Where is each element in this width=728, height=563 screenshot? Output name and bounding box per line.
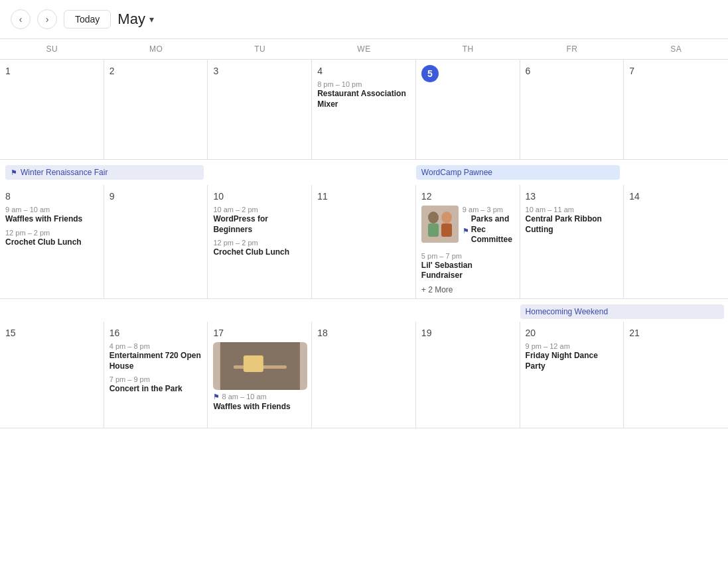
day-num-21: 21 xyxy=(629,328,640,338)
waffles-time-8: 9 am – 10 am xyxy=(5,206,100,214)
day-num-15: 15 xyxy=(5,328,16,338)
header-tu: TU xyxy=(208,39,312,59)
friday-night-title[interactable]: Friday Night Dance Party xyxy=(526,351,620,371)
day-5: 5 xyxy=(416,60,520,159)
day-num-2: 2 xyxy=(109,66,115,76)
day-10: 10 10 am – 2 pm WordPress for Beginners … xyxy=(208,185,312,298)
day-9: 9 xyxy=(104,185,208,298)
svg-point-1 xyxy=(428,212,439,223)
winter-fair-banner[interactable]: ⚑ Winter Renaissance Fair xyxy=(5,165,204,180)
ribbon-title[interactable]: Central Park Ribbon Cutting xyxy=(526,214,620,235)
day-8: 8 9 am – 10 am Waffles with Friends 12 p… xyxy=(0,185,104,298)
homecoming-label: Homecoming Weekend xyxy=(526,307,609,316)
day-15: 15 xyxy=(0,322,104,428)
day-num-19: 19 xyxy=(421,328,432,338)
day-3: 3 xyxy=(208,60,312,159)
day-11: 11 xyxy=(312,185,416,298)
day-21: 21 xyxy=(624,322,728,428)
winter-fair-banner-cell: ⚑ Winter Renaissance Fair xyxy=(0,162,208,182)
week2-cells: 8 9 am – 10 am Waffles with Friends 12 p… xyxy=(0,185,728,298)
parks-rec-event: 9 am – 3 pm ⚑ Parks and Rec Committee xyxy=(421,206,516,248)
concert-title[interactable]: Concert in the Park xyxy=(109,384,204,395)
sebastian-time: 5 pm – 7 pm xyxy=(421,252,516,260)
day-num-14: 14 xyxy=(629,191,640,202)
svg-point-3 xyxy=(441,212,452,223)
week3-spacer xyxy=(0,302,520,319)
winter-fair-label: Winter Renaissance Fair xyxy=(21,168,108,177)
waffles17-flag-icon: ⚑ xyxy=(213,393,220,401)
event-title-restaurant[interactable]: Restaurant Association Mixer xyxy=(317,89,411,109)
day-num-6: 6 xyxy=(526,66,531,76)
header-mo: MO xyxy=(104,39,208,59)
sebastian-title[interactable]: Lil' Sebastian Fundraiser xyxy=(421,261,516,281)
wordcamp-banner-cell: WordCamp Pawnee xyxy=(416,162,624,182)
ribbon-time: 10 am – 11 am xyxy=(526,206,620,214)
homecoming-banner[interactable]: Homecoming Weekend xyxy=(520,304,724,319)
week-row-3-container: Homecoming Weekend 15 16 4 pm – 8 pm Ent… xyxy=(0,299,728,428)
week3-cells: 15 16 4 pm – 8 pm Entertainment 720 Open… xyxy=(0,322,728,428)
ent720-title[interactable]: Entertainment 720 Open House xyxy=(109,351,204,371)
day-14: 14 xyxy=(624,185,728,298)
today-button[interactable]: Today xyxy=(64,10,111,29)
ent720-time: 4 pm – 8 pm xyxy=(109,342,204,350)
month-label: May xyxy=(117,11,145,28)
day-16: 16 4 pm – 8 pm Entertainment 720 Open Ho… xyxy=(104,322,208,428)
day-num-9: 9 xyxy=(109,191,115,202)
week3-banner-layer: Homecoming Weekend xyxy=(0,299,728,322)
crochet-event-8: 12 pm – 2 pm Crochet Club Lunch xyxy=(5,229,100,248)
day-num-1: 1 xyxy=(5,66,11,76)
prev-button[interactable]: ‹ xyxy=(11,9,31,29)
day-20: 20 9 pm – 12 am Friday Night Dance Party xyxy=(520,322,624,428)
wordpress-title[interactable]: WordPress for Beginners xyxy=(213,214,307,235)
day-17: 17 xyxy=(208,322,312,428)
day-18: 18 xyxy=(312,322,416,428)
parks-rec-time: 9 am – 3 pm xyxy=(463,206,516,214)
wordcamp-label: WordCamp Pawnee xyxy=(421,168,492,177)
friday-night-time: 9 pm – 12 am xyxy=(526,342,620,350)
calendar: SU MO TU WE TH FR SA 1 2 3 4 8 pm – 10 p… xyxy=(0,38,728,428)
header-fr: FR xyxy=(520,39,624,59)
crochet-event-10: 12 pm – 2 pm Crochet Club Lunch xyxy=(213,239,307,258)
parks-rec-info: 9 am – 3 pm ⚑ Parks and Rec Committee xyxy=(463,206,516,248)
waffles17-event: ⚑ 8 am – 10 am Waffles with Friends xyxy=(213,342,307,412)
concert-time: 7 pm – 9 pm xyxy=(109,375,204,383)
month-title[interactable]: May ▾ xyxy=(117,11,154,28)
spacer2 xyxy=(624,162,728,182)
week-row-1: 1 2 3 4 8 pm – 10 pm Restaurant Associat… xyxy=(0,60,728,160)
header-sa: SA xyxy=(624,39,728,59)
day-num-10: 10 xyxy=(213,191,224,202)
parks-rec-title[interactable]: Parks and Rec Committee xyxy=(471,214,516,245)
event-time: 8 pm – 10 pm xyxy=(317,80,411,88)
wordpress-event: 10 am – 2 pm WordPress for Beginners xyxy=(213,206,307,235)
header-th: TH xyxy=(416,39,520,59)
day-1: 1 xyxy=(0,60,104,159)
event-restaurant-time: 8 pm – 10 pm Restaurant Association Mixe… xyxy=(317,80,411,109)
waffles17-title[interactable]: Waffles with Friends xyxy=(213,402,307,412)
parks-rec-title-row: ⚑ Parks and Rec Committee xyxy=(463,214,516,248)
svg-rect-0 xyxy=(421,206,459,243)
crochet-title-10[interactable]: Crochet Club Lunch xyxy=(213,247,307,258)
day-num-11: 11 xyxy=(317,191,328,202)
ent720-event: 4 pm – 8 pm Entertainment 720 Open House xyxy=(109,342,204,371)
waffles-event-8: 9 am – 10 am Waffles with Friends xyxy=(5,206,100,225)
ribbon-event: 10 am – 11 am Central Park Ribbon Cuttin… xyxy=(526,206,620,235)
day-num-13: 13 xyxy=(526,191,536,202)
concert-event: 7 pm – 9 pm Concert in the Park xyxy=(109,375,204,395)
header-we: WE xyxy=(312,39,416,59)
header-su: SU xyxy=(0,39,104,59)
day-7: 7 xyxy=(624,60,728,159)
wordcamp-banner[interactable]: WordCamp Pawnee xyxy=(416,165,620,180)
day-num-20: 20 xyxy=(526,328,536,338)
day-num-7: 7 xyxy=(629,66,634,76)
waffles-title-8[interactable]: Waffles with Friends xyxy=(5,214,100,225)
day-num-16: 16 xyxy=(109,328,120,338)
friday-night-event: 9 pm – 12 am Friday Night Dance Party xyxy=(526,342,620,371)
crochet-title-8[interactable]: Crochet Club Lunch xyxy=(5,237,100,248)
day-13: 13 10 am – 11 am Central Park Ribbon Cut… xyxy=(520,185,624,298)
more-events-link[interactable]: + 2 More xyxy=(421,285,516,294)
svg-rect-8 xyxy=(244,355,263,372)
wordpress-time: 10 am – 2 pm xyxy=(213,206,307,214)
day-num-8: 8 xyxy=(5,191,11,202)
sebastian-event: 5 pm – 7 pm Lil' Sebastian Fundraiser xyxy=(421,252,516,281)
next-button[interactable]: › xyxy=(37,9,57,29)
